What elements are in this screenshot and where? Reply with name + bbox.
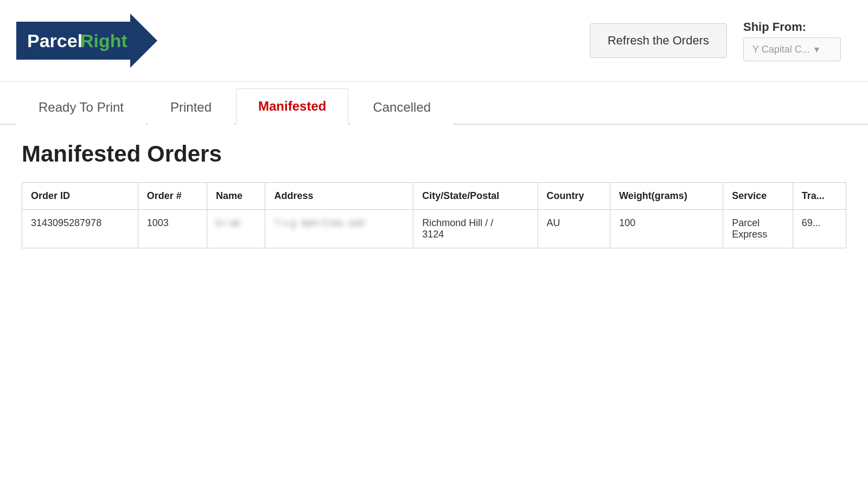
tabs-row: Ready To Print Printed Manifested Cancel… <box>0 87 868 125</box>
col-header-tracking: Tra... <box>793 183 846 210</box>
table-header-row: Order ID Order # Name Address City/State… <box>22 183 846 210</box>
col-header-name: Name <box>207 183 265 210</box>
cell-service: Parcel Express <box>723 210 793 248</box>
service-line1: Parcel <box>732 217 760 228</box>
main-content: Manifested Orders Order ID Order # Name … <box>0 125 868 265</box>
address-blurred: 7 n g liam Cres. unit: <box>274 217 369 229</box>
col-header-city-state-postal: City/State/Postal <box>413 183 538 210</box>
ship-from-label: Ship From: <box>743 20 806 34</box>
refresh-orders-button[interactable]: Refresh the Orders <box>590 23 727 58</box>
tab-printed[interactable]: Printed <box>148 89 234 125</box>
tab-cancelled[interactable]: Cancelled <box>350 89 453 125</box>
service-line2: Express <box>732 229 767 240</box>
svg-text:Right: Right <box>80 30 127 51</box>
top-bar: Parcel Right Refresh the Orders Ship Fro… <box>0 0 868 82</box>
col-header-service: Service <box>723 183 793 210</box>
col-header-address: Address <box>265 183 413 210</box>
cell-city-state-postal: Richmond Hill / /3124 <box>413 210 538 248</box>
cell-address: 7 n g liam Cres. unit: <box>265 210 413 248</box>
svg-text:Parcel: Parcel <box>27 30 82 51</box>
ship-from-area: Ship From: Y Capital C... ▾ <box>743 20 852 61</box>
cell-order-num: 1003 <box>138 210 207 248</box>
ship-from-dropdown[interactable]: Y Capital C... ▾ <box>743 37 841 61</box>
tab-ready-to-print[interactable]: Ready To Print <box>16 89 146 125</box>
ship-from-value: Y Capital C... <box>752 44 810 55</box>
col-header-order-id: Order ID <box>22 183 138 210</box>
top-right-area: Refresh the Orders Ship From: Y Capital … <box>590 20 852 61</box>
tab-manifested[interactable]: Manifested <box>236 88 348 125</box>
cell-country: AU <box>538 210 610 248</box>
cell-tracking-partial: 69... <box>793 210 846 248</box>
col-header-country: Country <box>538 183 610 210</box>
cell-weight: 100 <box>610 210 723 248</box>
section-title: Manifested Orders <box>22 141 846 167</box>
name-blurred: b r ak <box>216 217 240 229</box>
orders-table: Order ID Order # Name Address City/State… <box>22 182 846 248</box>
col-header-weight: Weight(grams) <box>610 183 723 210</box>
parcelright-logo: Parcel Right <box>16 11 157 70</box>
page-wrapper: Parcel Right Refresh the Orders Ship Fro… <box>0 0 868 488</box>
col-header-order-num: Order # <box>138 183 207 210</box>
cell-name: b r ak <box>207 210 265 248</box>
logo-area: Parcel Right <box>16 11 157 70</box>
cell-order-id: 3143095287978 <box>22 210 138 248</box>
chevron-down-icon: ▾ <box>814 43 819 55</box>
table-row: 3143095287978 1003 b r ak 7 n g liam Cre… <box>22 210 846 248</box>
